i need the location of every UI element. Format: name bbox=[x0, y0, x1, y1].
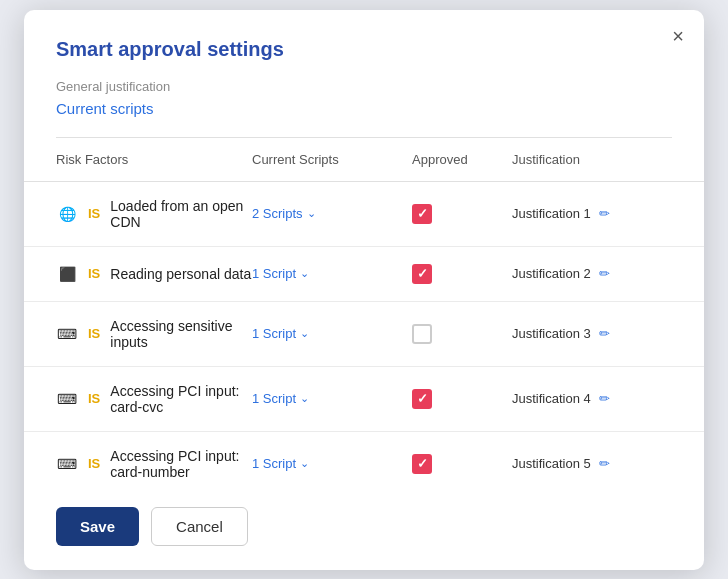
keyboard-icon: ⌨ bbox=[56, 453, 78, 475]
table-row: ⌨ IS Accessing sensitive inputs 1 Script… bbox=[24, 302, 704, 367]
modal-footer: Save Cancel bbox=[24, 491, 704, 570]
justification-text: Justification 5 bbox=[512, 456, 591, 471]
risk-label: Accessing PCI input: card-cvc bbox=[110, 383, 252, 415]
justification-text: Justification 1 bbox=[512, 206, 591, 221]
risk-factor-cell: ⌨ IS Accessing PCI input: card-number bbox=[56, 448, 252, 480]
table-rows: 🌐 IS Loaded from an open CDN 2 Scripts ⌄… bbox=[24, 182, 704, 491]
justification-cell: Justification 2 ✏ bbox=[512, 266, 672, 281]
general-justification-label: General justification bbox=[56, 79, 672, 94]
chevron-down-icon[interactable]: ⌄ bbox=[300, 457, 309, 470]
table-row: ⬛ IS Reading personal data 1 Script ⌄ Ju… bbox=[24, 247, 704, 302]
table-row: 🌐 IS Loaded from an open CDN 2 Scripts ⌄… bbox=[24, 182, 704, 247]
risk-label: Loaded from an open CDN bbox=[110, 198, 252, 230]
chevron-down-icon[interactable]: ⌄ bbox=[300, 327, 309, 340]
risk-prefix: IS bbox=[88, 326, 100, 341]
col-justification: Justification bbox=[512, 152, 672, 167]
table-row: ⌨ IS Accessing PCI input: card-cvc 1 Scr… bbox=[24, 367, 704, 432]
chevron-down-icon[interactable]: ⌄ bbox=[300, 392, 309, 405]
risk-prefix: IS bbox=[88, 391, 100, 406]
modal-title: Smart approval settings bbox=[56, 38, 672, 61]
risk-label: Accessing PCI input: card-number bbox=[110, 448, 252, 480]
cancel-button[interactable]: Cancel bbox=[151, 507, 248, 546]
justification-cell: Justification 4 ✏ bbox=[512, 391, 672, 406]
scripts-link[interactable]: 1 Script bbox=[252, 456, 296, 471]
justification-text: Justification 3 bbox=[512, 326, 591, 341]
risk-label: Accessing sensitive inputs bbox=[110, 318, 252, 350]
risk-factor-cell: ⬛ IS Reading personal data bbox=[56, 263, 252, 285]
col-current-scripts: Current Scripts bbox=[252, 152, 412, 167]
globe-icon: 🌐 bbox=[56, 203, 78, 225]
approved-checkbox[interactable] bbox=[412, 204, 432, 224]
table-container: Risk Factors Current Scripts Approved Ju… bbox=[24, 138, 704, 491]
scripts-cell: 1 Script ⌄ bbox=[252, 456, 412, 471]
edit-icon[interactable]: ✏ bbox=[599, 206, 610, 221]
risk-label: Reading personal data bbox=[110, 266, 251, 282]
scripts-cell: 1 Script ⌄ bbox=[252, 266, 412, 281]
table-row: ⌨ IS Accessing PCI input: card-number 1 … bbox=[24, 432, 704, 491]
approved-checkbox[interactable] bbox=[412, 454, 432, 474]
approved-cell bbox=[412, 454, 512, 474]
col-risk-factors: Risk Factors bbox=[56, 152, 252, 167]
scripts-cell: 1 Script ⌄ bbox=[252, 391, 412, 406]
approved-cell bbox=[412, 324, 512, 344]
scripts-cell: 2 Scripts ⌄ bbox=[252, 206, 412, 221]
close-button[interactable]: × bbox=[672, 26, 684, 46]
risk-prefix: IS bbox=[88, 206, 100, 221]
scripts-link[interactable]: 1 Script bbox=[252, 391, 296, 406]
modal-header: Smart approval settings × General justif… bbox=[24, 10, 704, 137]
table-header: Risk Factors Current Scripts Approved Ju… bbox=[24, 138, 704, 182]
chevron-down-icon[interactable]: ⌄ bbox=[300, 267, 309, 280]
justification-cell: Justification 5 ✏ bbox=[512, 456, 672, 471]
keyboard-icon: ⌨ bbox=[56, 388, 78, 410]
edit-icon[interactable]: ✏ bbox=[599, 326, 610, 341]
approved-cell bbox=[412, 264, 512, 284]
approved-cell bbox=[412, 389, 512, 409]
approved-cell bbox=[412, 204, 512, 224]
col-approved: Approved bbox=[412, 152, 512, 167]
current-scripts-link[interactable]: Current scripts bbox=[56, 100, 154, 117]
justification-text: Justification 4 bbox=[512, 391, 591, 406]
smart-approval-modal: Smart approval settings × General justif… bbox=[24, 10, 704, 570]
scripts-link[interactable]: 2 Scripts bbox=[252, 206, 303, 221]
edit-icon[interactable]: ✏ bbox=[599, 266, 610, 281]
justification-cell: Justification 3 ✏ bbox=[512, 326, 672, 341]
scripts-link[interactable]: 1 Script bbox=[252, 266, 296, 281]
scripts-link[interactable]: 1 Script bbox=[252, 326, 296, 341]
risk-factor-cell: 🌐 IS Loaded from an open CDN bbox=[56, 198, 252, 230]
justification-text: Justification 2 bbox=[512, 266, 591, 281]
edit-icon[interactable]: ✏ bbox=[599, 391, 610, 406]
scripts-cell: 1 Script ⌄ bbox=[252, 326, 412, 341]
justification-cell: Justification 1 ✏ bbox=[512, 206, 672, 221]
approved-checkbox[interactable] bbox=[412, 389, 432, 409]
risk-factor-cell: ⌨ IS Accessing sensitive inputs bbox=[56, 318, 252, 350]
risk-prefix: IS bbox=[88, 266, 100, 281]
chevron-down-icon[interactable]: ⌄ bbox=[307, 207, 316, 220]
save-button[interactable]: Save bbox=[56, 507, 139, 546]
approved-checkbox[interactable] bbox=[412, 264, 432, 284]
risk-factor-cell: ⌨ IS Accessing PCI input: card-cvc bbox=[56, 383, 252, 415]
edit-icon[interactable]: ✏ bbox=[599, 456, 610, 471]
approved-checkbox[interactable] bbox=[412, 324, 432, 344]
risk-prefix: IS bbox=[88, 456, 100, 471]
import-icon: ⬛ bbox=[56, 263, 78, 285]
keyboard-icon: ⌨ bbox=[56, 323, 78, 345]
